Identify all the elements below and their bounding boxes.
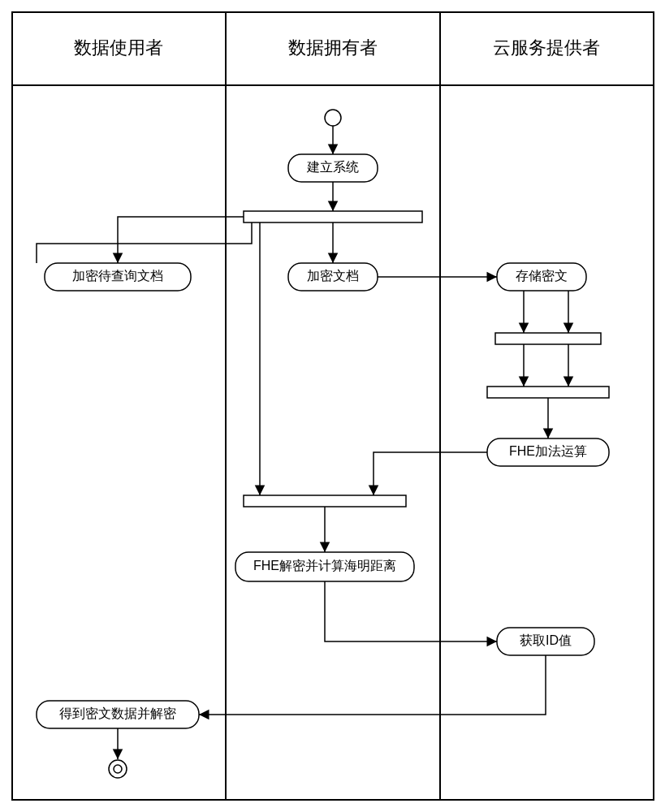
lane-user-label: 数据使用者 xyxy=(74,37,163,58)
result-label: 得到密文数据并解密 xyxy=(59,706,176,720)
fork1 xyxy=(244,211,422,222)
fork2 xyxy=(495,333,601,344)
lane-owner-label: 数据拥有者 xyxy=(288,37,378,58)
fhe-add-label: FHE加法运算 xyxy=(509,444,587,458)
end-node-outer xyxy=(109,760,127,778)
start-node xyxy=(325,110,341,126)
end-node-inner xyxy=(114,765,122,773)
join1 xyxy=(244,495,406,507)
build-label: 建立系统 xyxy=(306,160,359,174)
join2 xyxy=(487,387,609,398)
store-label: 存储密文 xyxy=(516,269,568,283)
fhe-dec-label: FHE解密并计算海明距离 xyxy=(253,559,396,572)
swimlane-diagram: 数据使用者 数据拥有者 云服务提供者 建立系统 加密待查询文档 加密文档 存储密… xyxy=(0,0,665,812)
get-id-label: 获取ID值 xyxy=(520,633,572,647)
enc-query-label: 加密待查询文档 xyxy=(72,269,163,283)
enc-doc-label: 加密文档 xyxy=(307,269,359,283)
lane-cloud-label: 云服务提供者 xyxy=(493,37,600,58)
